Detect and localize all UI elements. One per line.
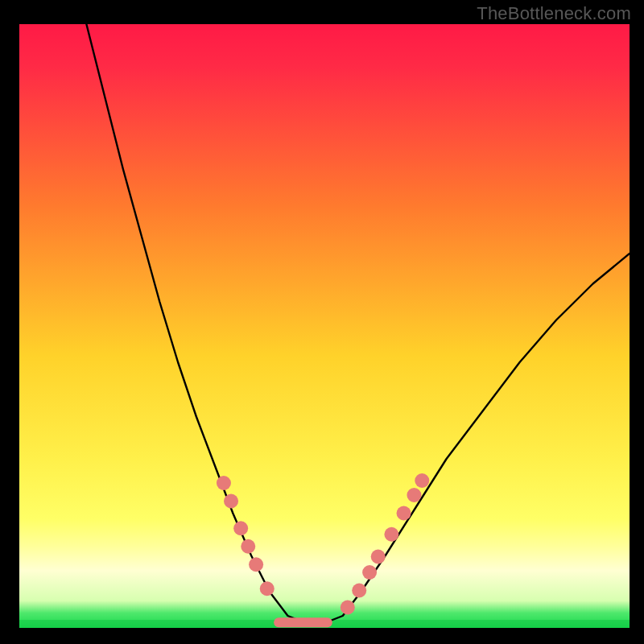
data-dot xyxy=(341,601,355,615)
data-dot xyxy=(362,565,377,580)
chart-frame: TheBottleneck.com xyxy=(0,0,644,644)
heat-gradient xyxy=(19,24,630,628)
data-dot xyxy=(371,550,386,564)
data-dot xyxy=(241,539,255,554)
data-dot xyxy=(260,581,275,596)
data-dot xyxy=(384,527,398,542)
data-dot xyxy=(352,584,366,598)
data-dot xyxy=(415,473,429,488)
data-dot xyxy=(397,506,411,521)
data-dot xyxy=(224,494,238,509)
data-dot xyxy=(407,488,421,502)
data-dot xyxy=(233,521,248,535)
plot-area xyxy=(19,24,630,628)
bottleneck-chart xyxy=(19,24,630,628)
data-dot xyxy=(217,476,231,490)
watermark-text: TheBottleneck.com xyxy=(477,3,631,24)
data-dot xyxy=(249,557,263,572)
